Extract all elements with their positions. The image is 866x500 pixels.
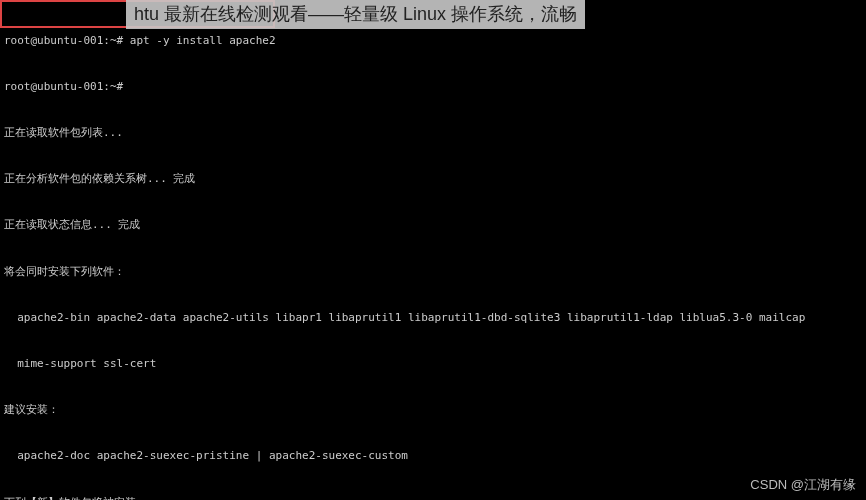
terminal-line: mime-support ssl-cert — [4, 356, 862, 371]
terminal-line: 正在分析软件包的依赖关系树... 完成 — [4, 171, 862, 186]
terminal-line: apache2-bin apache2-data apache2-utils l… — [4, 310, 862, 325]
terminal-line: apache2-doc apache2-suexec-pristine | ap… — [4, 448, 862, 463]
terminal-line: 下列【新】软件包将被安装： — [4, 495, 862, 501]
terminal-line: 正在读取软件包列表... — [4, 125, 862, 140]
terminal-line: 将会同时安装下列软件： — [4, 264, 862, 279]
terminal-line: 建议安装： — [4, 402, 862, 417]
terminal-line: 正在读取状态信息... 完成 — [4, 217, 862, 232]
terminal-output[interactable]: root@ubuntu-001:~# apt -y install apache… — [0, 0, 866, 500]
overlay-caption: htu 最新在线检测观看——轻量级 Linux 操作系统，流畅 — [126, 0, 585, 29]
terminal-line: root@ubuntu-001:~# apt -y install apache… — [4, 33, 862, 48]
terminal-line: root@ubuntu-001:~# — [4, 79, 862, 94]
watermark-text: CSDN @江湖有缘 — [750, 476, 856, 494]
